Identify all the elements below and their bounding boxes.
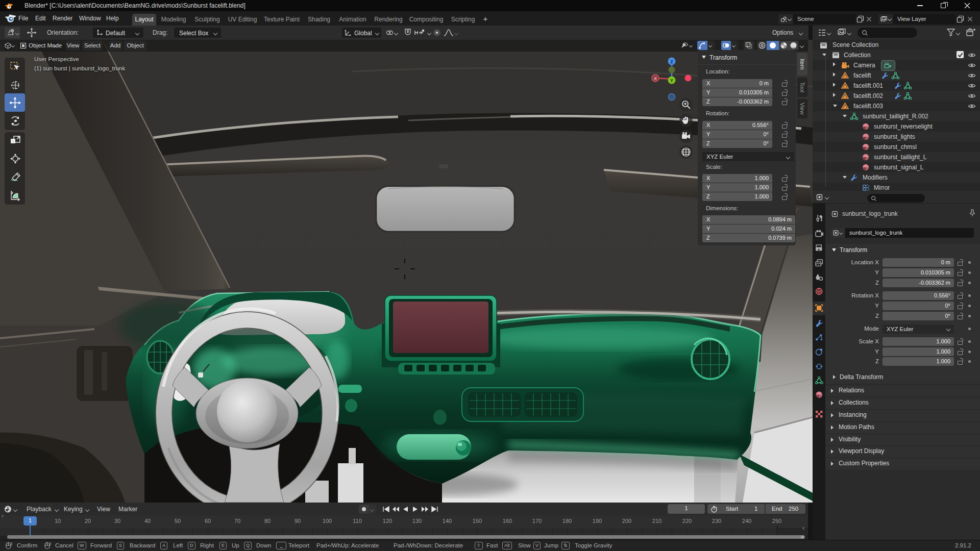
svg-text:Y: Y (670, 78, 673, 83)
svg-text:X: X (654, 76, 657, 81)
svg-text:Z: Z (670, 59, 673, 64)
